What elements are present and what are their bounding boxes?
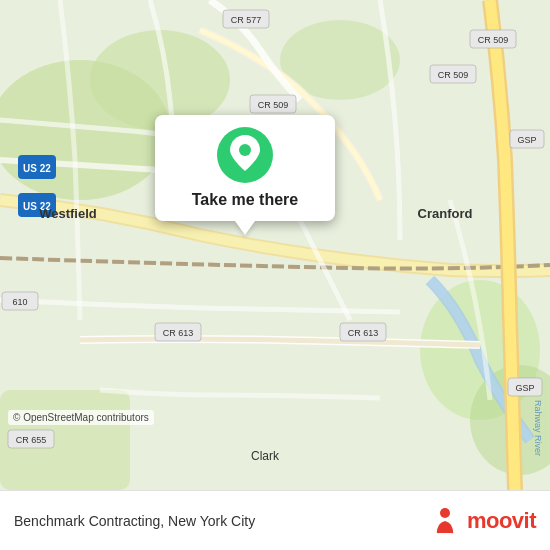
moovit-logo: moovit [429,505,536,537]
map-attribution: © OpenStreetMap contributors [8,410,154,425]
bottom-bar: Benchmark Contracting, New York City moo… [0,490,550,550]
popup-label: Take me there [192,191,298,209]
svg-text:GSP: GSP [517,135,536,145]
svg-text:Clark: Clark [251,449,280,463]
svg-text:CR 509: CR 509 [258,100,289,110]
location-pin-icon [230,135,260,176]
moovit-wordmark: moovit [467,508,536,534]
moovit-person-icon [429,505,461,537]
svg-text:CR 613: CR 613 [348,328,379,338]
svg-text:CR 613: CR 613 [163,328,194,338]
svg-text:CR 509: CR 509 [478,35,509,45]
location-text: Benchmark Contracting, New York City [14,513,429,529]
svg-text:Cranford: Cranford [418,206,473,221]
svg-point-35 [239,144,251,156]
popup-box[interactable]: Take me there [155,115,335,221]
svg-text:610: 610 [12,297,27,307]
map-container: US 22 US 22 CR 577 CR 509 CR 509 CR 613 … [0,0,550,490]
popup-overlay[interactable]: Take me there [155,115,335,235]
svg-text:Rahway River: Rahway River [533,400,543,456]
svg-text:Westfield: Westfield [39,206,97,221]
svg-text:CR 509: CR 509 [438,70,469,80]
popup-icon-background [217,127,273,183]
svg-text:CR 577: CR 577 [231,15,262,25]
svg-text:GSP: GSP [515,383,534,393]
popup-tail [235,221,255,235]
svg-point-36 [440,508,450,518]
svg-text:CR 655: CR 655 [16,435,47,445]
svg-text:US 22: US 22 [23,163,51,174]
